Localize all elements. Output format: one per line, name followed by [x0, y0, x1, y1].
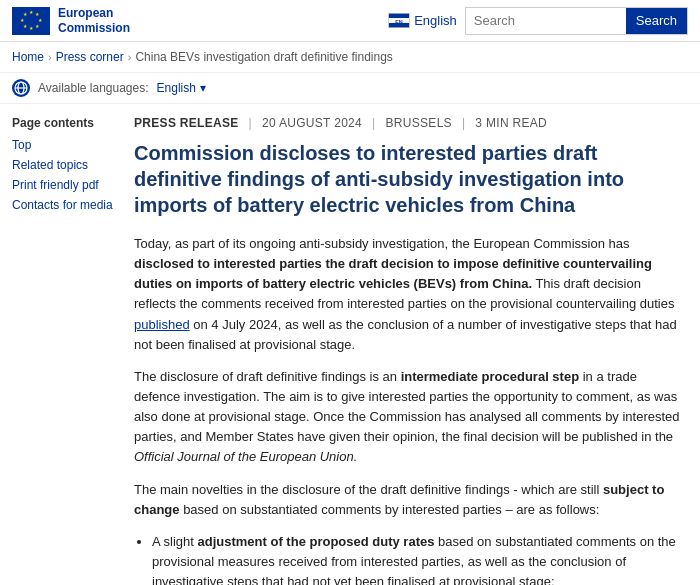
search-bar: Search — [465, 7, 688, 35]
paragraph-2: The disclosure of draft definitive findi… — [134, 367, 686, 468]
press-release-label: PRESS RELEASE — [134, 116, 239, 130]
sidebar-title: Page contents — [12, 116, 118, 130]
selected-language: English — [157, 81, 196, 95]
press-location: Brussels — [385, 116, 451, 130]
breadcrumb-press-corner[interactable]: Press corner — [56, 50, 124, 64]
breadcrumb-sep-2: › — [128, 51, 132, 63]
press-read-time: 3 min read — [475, 116, 547, 130]
logo-area: ★ ★ ★ ★ ★ ★ ★ ★ European Commission — [12, 6, 388, 35]
eu-flag-icon: ★ ★ ★ ★ ★ ★ ★ ★ — [12, 7, 50, 35]
breadcrumb: Home › Press corner › China BEVs investi… — [0, 42, 700, 73]
article-body: Today, as part of its ongoing anti-subsi… — [134, 234, 686, 585]
press-date: 20 August 2024 — [262, 116, 362, 130]
press-meta: PRESS RELEASE | 20 August 2024 | Brussel… — [134, 116, 686, 130]
sidebar: Page contents Top Related topics Print f… — [0, 116, 130, 585]
languages-icon — [12, 79, 30, 97]
breadcrumb-home[interactable]: Home — [12, 50, 44, 64]
language-selector[interactable]: EN English — [388, 13, 457, 28]
sidebar-item-top[interactable]: Top — [12, 138, 118, 152]
meta-separator-2: | — [372, 116, 375, 130]
article-title: Commission discloses to interested parti… — [134, 140, 686, 218]
meta-separator-1: | — [249, 116, 252, 130]
meta-separator-3: | — [462, 116, 465, 130]
language-label: English — [414, 13, 457, 28]
available-languages-bar: Available languages: English ▾ — [0, 73, 700, 104]
available-languages-label: Available languages: — [38, 81, 149, 95]
main-bullet-list: A slight adjustment of the proposed duty… — [152, 532, 686, 585]
search-button[interactable]: Search — [626, 8, 687, 34]
search-input[interactable] — [466, 8, 626, 34]
breadcrumb-sep-1: › — [48, 51, 52, 63]
published-link[interactable]: published — [134, 317, 190, 332]
breadcrumb-current: China BEVs investigation draft definitiv… — [135, 50, 392, 64]
paragraph-3: The main novelties in the disclosure of … — [134, 480, 686, 520]
article-content: PRESS RELEASE | 20 August 2024 | Brussel… — [130, 116, 700, 585]
lang-flag-icon: EN — [388, 13, 410, 28]
site-header: ★ ★ ★ ★ ★ ★ ★ ★ European Commission EN — [0, 0, 700, 42]
sidebar-item-related[interactable]: Related topics — [12, 158, 118, 172]
main-layout: Page contents Top Related topics Print f… — [0, 104, 700, 585]
svg-text:EN: EN — [395, 19, 403, 25]
sidebar-item-pdf[interactable]: Print friendly pdf — [12, 178, 118, 192]
dropdown-chevron-icon: ▾ — [200, 81, 206, 95]
paragraph-1: Today, as part of its ongoing anti-subsi… — [134, 234, 686, 355]
commission-name: European Commission — [58, 6, 130, 35]
duty-rates-item: A slight adjustment of the proposed duty… — [152, 532, 686, 585]
header-right: EN English Search — [388, 7, 688, 35]
language-dropdown[interactable]: English ▾ — [157, 81, 206, 95]
sidebar-item-contacts[interactable]: Contacts for media — [12, 198, 118, 212]
